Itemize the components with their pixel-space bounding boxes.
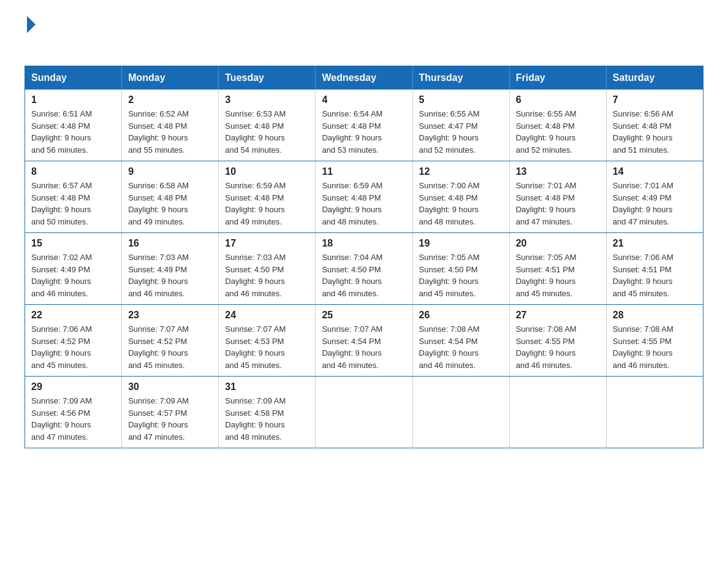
day-info: Sunrise: 7:09 AMSunset: 4:57 PMDaylight:… [128, 395, 212, 443]
day-number: 22 [31, 310, 115, 321]
day-number: 20 [516, 238, 600, 249]
day-info: Sunrise: 7:05 AMSunset: 4:50 PMDaylight:… [419, 251, 503, 299]
table-row [509, 377, 606, 448]
col-friday: Friday [509, 66, 606, 90]
col-thursday: Thursday [412, 66, 509, 90]
day-number: 5 [419, 94, 503, 105]
day-number: 31 [225, 381, 309, 393]
week-row-2: 8Sunrise: 6:57 AMSunset: 4:48 PMDaylight… [25, 161, 703, 233]
day-number: 17 [225, 238, 309, 249]
day-number: 16 [128, 238, 212, 249]
day-info: Sunrise: 6:51 AMSunset: 4:48 PMDaylight:… [31, 108, 115, 156]
table-row: 31Sunrise: 7:09 AMSunset: 4:58 PMDayligh… [219, 377, 316, 448]
table-row: 29Sunrise: 7:09 AMSunset: 4:56 PMDayligh… [25, 377, 122, 448]
day-number: 4 [322, 94, 406, 105]
day-number: 15 [31, 238, 115, 249]
table-row: 2Sunrise: 6:52 AMSunset: 4:48 PMDaylight… [122, 90, 219, 161]
day-number: 24 [225, 310, 309, 321]
day-number: 18 [322, 238, 406, 249]
table-row: 17Sunrise: 7:03 AMSunset: 4:50 PMDayligh… [219, 233, 316, 305]
table-row: 24Sunrise: 7:07 AMSunset: 4:53 PMDayligh… [219, 305, 316, 377]
day-number: 27 [516, 310, 600, 321]
day-number: 13 [516, 166, 600, 177]
table-row: 19Sunrise: 7:05 AMSunset: 4:50 PMDayligh… [412, 233, 509, 305]
table-row: 20Sunrise: 7:05 AMSunset: 4:51 PMDayligh… [509, 233, 606, 305]
logo: General [25, 18, 86, 51]
day-info: Sunrise: 6:58 AMSunset: 4:48 PMDaylight:… [128, 180, 212, 228]
day-number: 19 [419, 238, 503, 249]
day-number: 11 [322, 166, 406, 177]
day-info: Sunrise: 7:00 AMSunset: 4:48 PMDaylight:… [419, 180, 503, 228]
table-row: 21Sunrise: 7:06 AMSunset: 4:51 PMDayligh… [606, 233, 703, 305]
table-row: 12Sunrise: 7:00 AMSunset: 4:48 PMDayligh… [412, 161, 509, 233]
day-number: 6 [516, 94, 600, 105]
table-row: 6Sunrise: 6:55 AMSunset: 4:48 PMDaylight… [509, 90, 606, 161]
col-tuesday: Tuesday [219, 66, 316, 90]
col-monday: Monday [122, 66, 219, 90]
table-row: 11Sunrise: 6:59 AMSunset: 4:48 PMDayligh… [316, 161, 412, 233]
table-row: 22Sunrise: 7:06 AMSunset: 4:52 PMDayligh… [25, 305, 122, 377]
week-row-5: 29Sunrise: 7:09 AMSunset: 4:56 PMDayligh… [25, 377, 703, 448]
day-info: Sunrise: 6:53 AMSunset: 4:48 PMDaylight:… [225, 108, 309, 156]
table-row [316, 377, 412, 448]
table-row: 9Sunrise: 6:58 AMSunset: 4:48 PMDaylight… [122, 161, 219, 233]
table-row: 27Sunrise: 7:08 AMSunset: 4:55 PMDayligh… [509, 305, 606, 377]
day-info: Sunrise: 7:09 AMSunset: 4:56 PMDaylight:… [31, 395, 115, 443]
day-info: Sunrise: 6:59 AMSunset: 4:48 PMDaylight:… [225, 180, 309, 228]
table-row: 14Sunrise: 7:01 AMSunset: 4:49 PMDayligh… [606, 161, 703, 233]
day-number: 30 [128, 381, 212, 393]
day-number: 26 [419, 310, 503, 321]
table-row: 8Sunrise: 6:57 AMSunset: 4:48 PMDaylight… [25, 161, 122, 233]
table-row: 18Sunrise: 7:04 AMSunset: 4:50 PMDayligh… [316, 233, 412, 305]
day-info: Sunrise: 7:08 AMSunset: 4:55 PMDaylight:… [516, 323, 600, 371]
day-info: Sunrise: 7:07 AMSunset: 4:52 PMDaylight:… [128, 323, 212, 371]
day-info: Sunrise: 6:55 AMSunset: 4:48 PMDaylight:… [516, 108, 600, 156]
table-row: 15Sunrise: 7:02 AMSunset: 4:49 PMDayligh… [25, 233, 122, 305]
day-info: Sunrise: 6:55 AMSunset: 4:47 PMDaylight:… [419, 108, 503, 156]
day-info: Sunrise: 7:06 AMSunset: 4:52 PMDaylight:… [31, 323, 115, 371]
page-header: General [25, 18, 703, 51]
day-info: Sunrise: 7:08 AMSunset: 4:55 PMDaylight:… [613, 323, 697, 371]
day-info: Sunrise: 7:03 AMSunset: 4:49 PMDaylight:… [128, 251, 212, 299]
logo-arrow-icon [27, 16, 36, 33]
day-info: Sunrise: 7:01 AMSunset: 4:48 PMDaylight:… [516, 180, 600, 228]
week-row-3: 15Sunrise: 7:02 AMSunset: 4:49 PMDayligh… [25, 233, 703, 305]
day-number: 3 [225, 94, 309, 105]
col-wednesday: Wednesday [316, 66, 412, 90]
table-row: 1Sunrise: 6:51 AMSunset: 4:48 PMDaylight… [25, 90, 122, 161]
day-number: 29 [31, 381, 115, 393]
day-info: Sunrise: 7:02 AMSunset: 4:49 PMDaylight:… [31, 251, 115, 299]
table-row: 30Sunrise: 7:09 AMSunset: 4:57 PMDayligh… [122, 377, 219, 448]
day-info: Sunrise: 7:04 AMSunset: 4:50 PMDaylight:… [322, 251, 406, 299]
day-info: Sunrise: 7:01 AMSunset: 4:49 PMDaylight:… [613, 180, 697, 228]
table-row [412, 377, 509, 448]
week-row-1: 1Sunrise: 6:51 AMSunset: 4:48 PMDaylight… [25, 90, 703, 161]
table-row: 3Sunrise: 6:53 AMSunset: 4:48 PMDaylight… [219, 90, 316, 161]
day-number: 28 [613, 310, 697, 321]
table-row: 10Sunrise: 6:59 AMSunset: 4:48 PMDayligh… [219, 161, 316, 233]
week-row-4: 22Sunrise: 7:06 AMSunset: 4:52 PMDayligh… [25, 305, 703, 377]
table-row: 23Sunrise: 7:07 AMSunset: 4:52 PMDayligh… [122, 305, 219, 377]
day-info: Sunrise: 7:03 AMSunset: 4:50 PMDaylight:… [225, 251, 309, 299]
day-number: 9 [128, 166, 212, 177]
table-row: 5Sunrise: 6:55 AMSunset: 4:47 PMDaylight… [412, 90, 509, 161]
day-info: Sunrise: 7:05 AMSunset: 4:51 PMDaylight:… [516, 251, 600, 299]
table-row: 26Sunrise: 7:08 AMSunset: 4:54 PMDayligh… [412, 305, 509, 377]
calendar-header-row: Sunday Monday Tuesday Wednesday Thursday… [25, 66, 703, 90]
day-info: Sunrise: 6:59 AMSunset: 4:48 PMDaylight:… [322, 180, 406, 228]
day-number: 1 [31, 94, 115, 105]
day-number: 14 [613, 166, 697, 177]
col-saturday: Saturday [606, 66, 703, 90]
day-number: 23 [128, 310, 212, 321]
day-number: 2 [128, 94, 212, 105]
day-info: Sunrise: 6:54 AMSunset: 4:48 PMDaylight:… [322, 108, 406, 156]
table-row: 4Sunrise: 6:54 AMSunset: 4:48 PMDaylight… [316, 90, 412, 161]
day-number: 8 [31, 166, 115, 177]
day-number: 7 [613, 94, 697, 105]
day-info: Sunrise: 7:06 AMSunset: 4:51 PMDaylight:… [613, 251, 697, 299]
day-number: 12 [419, 166, 503, 177]
col-sunday: Sunday [25, 66, 122, 90]
table-row: 16Sunrise: 7:03 AMSunset: 4:49 PMDayligh… [122, 233, 219, 305]
day-info: Sunrise: 6:52 AMSunset: 4:48 PMDaylight:… [128, 108, 212, 156]
table-row [606, 377, 703, 448]
